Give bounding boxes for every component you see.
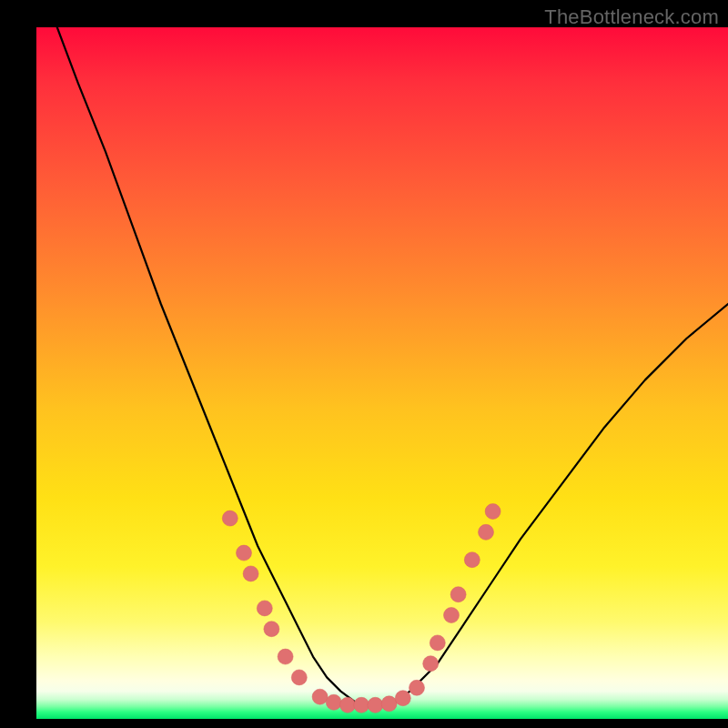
highlight-dot [257, 601, 272, 616]
curve-layer [36, 27, 728, 719]
highlight-dot [450, 587, 466, 602]
highlight-dot [312, 689, 328, 704]
bottleneck-curve [57, 27, 728, 705]
highlight-dot [381, 696, 397, 712]
highlight-dot [464, 552, 480, 568]
plot-area [36, 27, 728, 719]
highlight-dot [479, 524, 494, 540]
highlight-dot [395, 691, 410, 706]
highlight-dot [222, 511, 238, 526]
highlight-dot [485, 504, 500, 520]
highlight-dot [444, 608, 460, 623]
highlight-dot [264, 622, 279, 637]
highlight-dot [410, 680, 425, 695]
highlight-dot [243, 566, 258, 581]
highlight-dots-group [222, 504, 500, 713]
watermark-text: TheBottleneck.com [544, 5, 719, 29]
highlight-dot [291, 670, 307, 685]
highlight-dot [354, 697, 369, 713]
highlight-dot [423, 656, 439, 672]
highlight-dot [430, 635, 445, 651]
highlight-dot [340, 697, 356, 713]
highlight-dot [368, 697, 383, 713]
highlight-dot [237, 545, 252, 561]
highlight-dot [326, 694, 341, 710]
highlight-dot [278, 649, 293, 664]
chart-frame: TheBottleneck.com [0, 0, 728, 728]
